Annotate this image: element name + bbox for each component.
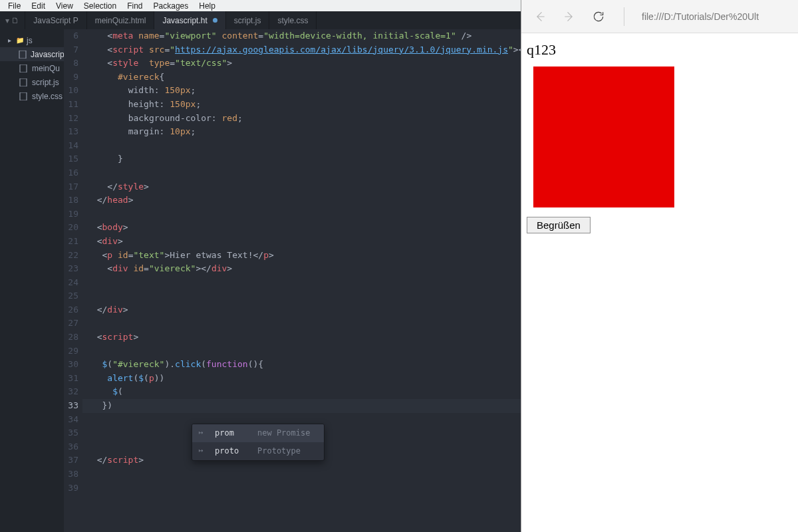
tree-file-1[interactable]: meinQu	[0, 61, 64, 75]
browser-toolbar: file:///D:/Tutorials/Der%20Ult	[521, 0, 798, 33]
svg-rect-3	[20, 92, 27, 100]
svg-rect-2	[20, 78, 27, 86]
file-icon	[19, 64, 28, 73]
tab-3[interactable]: script.js	[226, 11, 270, 29]
file-icon	[19, 78, 28, 87]
toolbar-separator	[624, 7, 624, 26]
browser-viewport: q123 Begrüßen	[521, 33, 798, 532]
svg-rect-0	[19, 51, 26, 59]
back-button[interactable]	[532, 9, 548, 25]
arrow-right-icon	[563, 10, 576, 23]
viereck-div[interactable]	[533, 66, 674, 207]
tree-folder[interactable]: ▸ 📁 js	[0, 33, 64, 47]
folder-icon: ▾ 🗋	[5, 16, 19, 25]
menu-find[interactable]: Find	[122, 1, 148, 11]
tree-file-2[interactable]: script.js	[0, 75, 64, 89]
autocomplete-item-1[interactable]: ↦ proto Prototype	[192, 442, 324, 460]
url-bar[interactable]: file:///D:/Tutorials/Der%20Ult	[642, 11, 759, 22]
modified-dot-icon	[213, 18, 217, 23]
editor-pane: File Edit View Selection Find Packages H…	[0, 0, 521, 532]
code-editor[interactable]: 6789101112131415161718192021222324252627…	[64, 29, 521, 532]
forward-button[interactable]	[561, 9, 577, 25]
page-paragraph: q123	[527, 41, 793, 59]
snippet-icon: ↦	[199, 426, 209, 440]
menu-selection[interactable]: Selection	[78, 1, 122, 11]
tree-file-3[interactable]: style.css	[0, 89, 64, 103]
reload-icon	[592, 10, 605, 23]
menu-help[interactable]: Help	[194, 1, 221, 11]
tab-2[interactable]: Javascript.ht	[154, 11, 225, 29]
arrow-left-icon	[533, 10, 547, 23]
file-icon	[19, 92, 28, 101]
line-gutter: 6789101112131415161718192021222324252627…	[64, 29, 82, 532]
menu-file[interactable]: File	[3, 1, 26, 11]
tab-4[interactable]: style.css	[269, 11, 317, 29]
file-icon	[19, 50, 27, 59]
begruessen-button[interactable]: Begrüßen	[527, 217, 591, 233]
menu-edit[interactable]: Edit	[26, 1, 51, 11]
autocomplete-item-0[interactable]: ↦ prom new Promise	[192, 424, 324, 442]
browser-pane: file:///D:/Tutorials/Der%20Ult q123 Begr…	[521, 0, 798, 532]
tab-0[interactable]: JavaScript P	[25, 11, 86, 29]
snippet-icon: ↦	[199, 444, 209, 458]
svg-rect-1	[20, 65, 27, 72]
menu-bar: File Edit View Selection Find Packages H…	[0, 0, 521, 11]
reload-button[interactable]	[591, 9, 606, 25]
menu-view[interactable]: View	[51, 1, 78, 11]
menu-packages[interactable]: Packages	[148, 1, 194, 11]
tree-file-0[interactable]: Javascrip	[0, 47, 64, 61]
chevron-right-icon: ▸	[5, 37, 13, 44]
autocomplete-popup: ↦ prom new Promise ↦ proto Prototype	[192, 424, 325, 461]
file-tree: ▸ 📁 js Javascrip meinQu script.js	[0, 29, 64, 532]
tab-project-icon[interactable]: ▾ 🗋	[0, 11, 25, 29]
folder-icon: 📁	[16, 37, 24, 44]
tab-bar: ▾ 🗋 JavaScript P meinQuiz.html Javascrip…	[0, 11, 521, 29]
tab-1[interactable]: meinQuiz.html	[87, 11, 155, 29]
